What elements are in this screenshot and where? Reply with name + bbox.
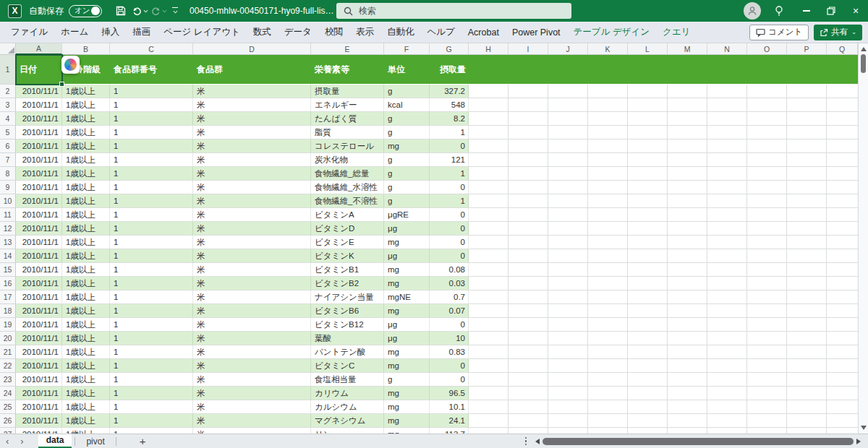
empty-cells[interactable] xyxy=(469,400,858,413)
cell[interactable]: 2010/11/1 xyxy=(16,304,62,317)
cell[interactable]: 米 xyxy=(193,332,311,345)
sheet-nav-right-icon[interactable]: › xyxy=(14,435,29,448)
row-header-18[interactable]: 18 xyxy=(0,304,16,318)
table-header-cell-1[interactable]: 日付 xyxy=(16,55,62,84)
cell[interactable]: 炭水化物 xyxy=(311,153,384,166)
cell[interactable]: 0.03 xyxy=(430,277,469,290)
empty-cells[interactable] xyxy=(469,153,858,166)
cell[interactable]: 1歳以上 xyxy=(62,194,110,207)
cell[interactable]: 0.83 xyxy=(430,345,469,358)
cell[interactable]: 0.08 xyxy=(430,263,469,276)
cell[interactable]: 2010/11/1 xyxy=(16,373,62,386)
cell[interactable]: 米 xyxy=(193,153,311,166)
cell[interactable]: 1歳以上 xyxy=(62,249,110,262)
row-header-9[interactable]: 9 xyxy=(0,181,16,194)
cell[interactable]: μg xyxy=(384,222,430,235)
row-header-15[interactable]: 15 xyxy=(0,263,16,277)
cell[interactable]: 2010/11/1 xyxy=(16,318,62,331)
cell[interactable]: ビタミンK xyxy=(311,249,384,262)
autosave-toggle[interactable]: オン xyxy=(69,5,102,17)
column-header-G[interactable]: G xyxy=(430,43,469,55)
empty-cells[interactable] xyxy=(469,428,858,434)
cell[interactable]: 2010/11/1 xyxy=(16,222,62,235)
empty-cells[interactable] xyxy=(469,85,858,98)
scroll-left-arrow-icon[interactable] xyxy=(535,439,540,444)
cell[interactable]: 1歳以上 xyxy=(62,277,110,290)
cell[interactable]: 1 xyxy=(110,318,193,331)
cell[interactable]: mg xyxy=(384,400,430,413)
ribbon-tab-5[interactable]: ページ レイアウト xyxy=(157,22,247,43)
cell[interactable]: 1 xyxy=(110,332,193,345)
ribbon-tab-15[interactable]: クエリ xyxy=(656,22,697,43)
cell[interactable]: 1 xyxy=(110,85,193,98)
cell[interactable]: 1歳以上 xyxy=(62,345,110,358)
column-header-H[interactable]: H xyxy=(469,43,509,55)
cell[interactable]: mg xyxy=(384,345,430,358)
cell[interactable]: 0 xyxy=(430,139,469,152)
cell[interactable]: 脂質 xyxy=(311,126,384,139)
column-header-P[interactable]: P xyxy=(787,43,827,55)
row-header-24[interactable]: 24 xyxy=(0,387,16,400)
cell[interactable]: ビタミンB12 xyxy=(311,318,384,331)
sheet-tab-data[interactable]: data xyxy=(38,434,72,448)
cell[interactable]: 1 xyxy=(110,400,193,413)
cell[interactable]: 2010/11/1 xyxy=(16,290,62,303)
cell[interactable]: μg xyxy=(384,318,430,331)
cell[interactable]: 米 xyxy=(193,236,311,249)
cell[interactable]: 1 xyxy=(110,414,193,427)
column-header-N[interactable]: N xyxy=(707,43,747,55)
cell[interactable]: μg xyxy=(384,332,430,345)
column-header-M[interactable]: M xyxy=(668,43,707,55)
empty-cells[interactable] xyxy=(469,112,858,125)
search-input[interactable]: 検索 xyxy=(336,3,571,19)
cell[interactable]: 1 xyxy=(430,194,469,207)
cell[interactable]: 1 xyxy=(110,194,193,207)
empty-cells[interactable] xyxy=(469,414,858,427)
excel-app-icon[interactable]: X xyxy=(8,4,22,18)
cell[interactable]: g xyxy=(384,373,430,386)
cell[interactable]: 米 xyxy=(193,98,311,111)
ribbon-tab-1[interactable]: ファイル xyxy=(4,22,54,43)
cell[interactable]: 1歳以上 xyxy=(62,181,110,194)
cell[interactable]: g xyxy=(384,181,430,194)
cell[interactable]: 米 xyxy=(193,359,311,372)
cell[interactable]: 2010/11/1 xyxy=(16,85,62,98)
cell[interactable]: 2010/11/1 xyxy=(16,249,62,262)
cell[interactable]: 1歳以上 xyxy=(62,318,110,331)
column-header-D[interactable]: D xyxy=(193,43,311,55)
row-header-25[interactable]: 25 xyxy=(0,400,16,414)
row-header-5[interactable]: 5 xyxy=(0,126,16,139)
empty-cells[interactable] xyxy=(469,208,858,221)
row-header-6[interactable]: 6 xyxy=(0,139,16,153)
empty-cells[interactable] xyxy=(469,222,858,235)
empty-cells[interactable] xyxy=(469,194,858,207)
cell[interactable]: 1歳以上 xyxy=(62,414,110,427)
ribbon-tab-3[interactable]: 挿入 xyxy=(95,22,126,43)
cell[interactable]: ビタミンE xyxy=(311,236,384,249)
cell[interactable]: 米 xyxy=(193,208,311,221)
lightbulb-button[interactable] xyxy=(774,5,784,17)
cell[interactable]: 米 xyxy=(193,400,311,413)
cell[interactable]: 食物繊維_総量 xyxy=(311,167,384,180)
ribbon-tab-10[interactable]: 自動化 xyxy=(380,22,421,43)
cell[interactable]: g xyxy=(384,85,430,98)
cell[interactable]: 2010/11/1 xyxy=(16,277,62,290)
cell[interactable]: 1歳以上 xyxy=(62,387,110,400)
cell[interactable]: 10 xyxy=(430,332,469,345)
cell[interactable]: mg xyxy=(384,263,430,276)
scroll-right-arrow-icon[interactable] xyxy=(856,439,861,444)
row-header-7[interactable]: 7 xyxy=(0,153,16,167)
row-header-8[interactable]: 8 xyxy=(0,167,16,181)
cell[interactable]: 1歳以上 xyxy=(62,290,110,303)
cell[interactable]: 1 xyxy=(110,236,193,249)
cell[interactable]: 1歳以上 xyxy=(62,359,110,372)
cell[interactable]: 米 xyxy=(193,414,311,427)
cell[interactable]: 葉酸 xyxy=(311,332,384,345)
cell[interactable]: リン xyxy=(311,428,384,434)
ribbon-tab-2[interactable]: ホーム xyxy=(54,22,95,43)
empty-cells[interactable] xyxy=(469,55,858,84)
cell[interactable]: 2010/11/1 xyxy=(16,332,62,345)
cell[interactable]: 米 xyxy=(193,318,311,331)
cell[interactable]: g xyxy=(384,153,430,166)
cell[interactable]: 米 xyxy=(193,194,311,207)
